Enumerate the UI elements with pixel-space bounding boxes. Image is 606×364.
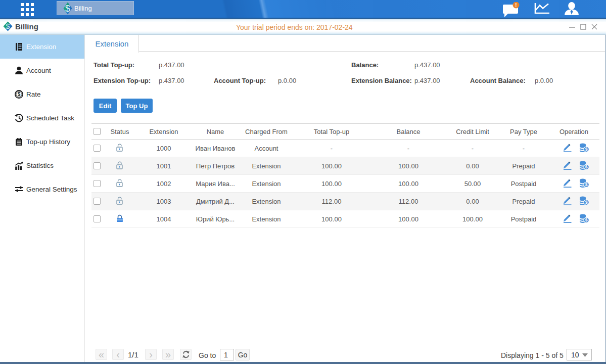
svg-text:$: $: [585, 200, 588, 205]
svg-text:$: $: [6, 22, 10, 30]
svg-text:!: !: [515, 3, 517, 8]
svg-text:$: $: [18, 92, 21, 97]
svg-text:$: $: [65, 4, 70, 14]
svg-text:$: $: [585, 164, 588, 169]
svg-text:$: $: [585, 182, 588, 187]
svg-text:$: $: [585, 217, 588, 222]
svg-text:$: $: [585, 147, 588, 152]
